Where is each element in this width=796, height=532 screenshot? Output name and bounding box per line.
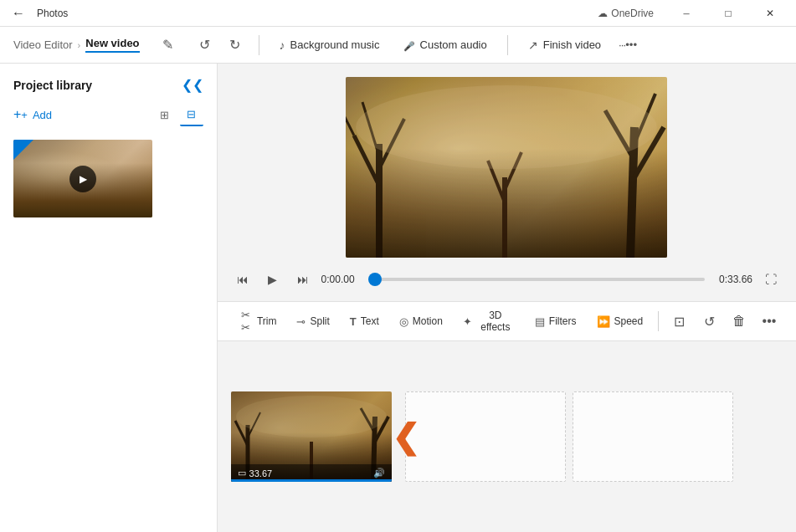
more-icon: ••• [619,38,637,51]
3d-effects-icon: ✦ [463,315,472,328]
delete-button[interactable]: 🗑 [726,306,752,336]
divider [259,35,259,55]
preview-area [218,64,796,264]
motion-label: Motion [413,315,443,327]
view-toggle: ⊞ ⊟ [153,103,203,126]
monitor-icon: ▭ [238,468,246,478]
maximize-icon [725,8,731,19]
3d-effects-label: 3D effects [476,309,515,333]
3d-effects-button[interactable]: ✦ 3D effects [454,304,523,338]
speed-button[interactable]: ⏩ Speed [588,310,652,333]
background-music-label: Background music [290,38,380,51]
split-button[interactable]: ⊸ Split [288,310,337,333]
collapse-button[interactable]: ❮ [182,77,203,93]
app-title: Photos [37,8,68,19]
cloud-icon [598,8,608,19]
clip-duration: ▭ 33.67 [238,468,273,478]
add-label: Add [33,109,52,121]
redo-button[interactable] [222,32,249,59]
filters-button[interactable]: ▤ Filters [526,310,585,333]
close-icon [766,8,774,19]
toolbar-divider [658,311,659,331]
pencil-icon [162,37,173,53]
library-header: Project library ❮ [0,64,217,100]
titlebar: Photos OneDrive [0,0,796,27]
step-back-icon: ⏮ [237,273,249,286]
crop-button[interactable]: ⊡ [665,306,692,336]
library-toolbar: + Add ⊞ ⊟ [0,100,217,133]
microphone-icon [403,38,415,52]
custom-audio-label: Custom audio [420,38,487,51]
step-forward-button[interactable]: ⏭ [291,268,315,291]
more-options-button[interactable]: ••• [614,32,641,59]
filters-label: Filters [549,315,577,327]
project-library-panel: Project library ❮ + Add ⊞ ⊟ [0,64,218,532]
breadcrumb-parent[interactable]: Video Editor [13,38,73,51]
timeline-clip[interactable]: ▭ 33.67 🔊 [231,391,392,482]
svg-line-4 [346,110,354,136]
background-music-button[interactable]: Background music [270,33,390,57]
play-icon: ▶ [268,273,277,286]
progress-track [375,278,705,281]
trim-button[interactable]: ✂ Trim [231,304,285,339]
breadcrumb-chevron-icon: › [78,40,81,50]
onedrive-label: OneDrive [611,8,654,19]
onedrive-indicator: OneDrive [598,8,654,19]
more-tools-button[interactable]: ••• [756,306,783,336]
finish-video-label: Finish video [543,38,601,51]
chevron-left-icon: ❮ [182,78,203,92]
step-forward-icon: ⏭ [297,273,309,286]
timeline-wrapper: ▭ 33.67 🔊 ❮ [231,391,733,482]
library-title: Project library [13,79,92,92]
grid-9-button[interactable]: ⊟ [180,103,203,126]
trim-icon: ✂ [239,309,253,334]
split-label: Split [310,315,329,327]
rotate-button[interactable]: ↺ [696,306,722,336]
time-current: 0:00.00 [321,274,365,285]
progress-thumb[interactable] [368,273,382,286]
library-content: ▶ [0,133,217,532]
add-media-button[interactable]: + Add [13,104,52,125]
more-tools-icon: ••• [763,314,777,329]
grid-4-button[interactable]: ⊞ [153,103,177,126]
undo-icon [199,37,210,53]
play-preview-button[interactable]: ▶ [69,166,96,192]
selected-indicator [13,140,33,160]
step-back-button[interactable]: ⏮ [231,268,254,291]
clip-progress-bar [231,479,392,482]
svg-point-20 [236,396,387,437]
undo-button[interactable] [192,32,218,59]
svg-point-12 [356,85,657,169]
custom-audio-button[interactable]: Custom audio [393,33,497,57]
grid9-icon: ⊟ [187,108,196,120]
filters-icon: ▤ [535,315,545,328]
motion-button[interactable]: ◎ Motion [391,310,451,333]
text-button[interactable]: T Text [342,310,388,333]
edit-title-button[interactable] [155,32,182,59]
minimize-button[interactable] [667,0,706,27]
progress-bar[interactable] [375,278,705,281]
text-icon: T [350,315,357,328]
maximize-button[interactable] [709,0,747,27]
fullscreen-button[interactable]: ⛶ [759,268,783,291]
timeline-placeholder-2[interactable] [573,391,733,482]
grid4-icon: ⊞ [160,109,169,121]
media-item[interactable]: ▶ [13,140,152,217]
speed-icon: ⏩ [597,315,610,328]
share-icon [528,38,538,52]
finish-video-button[interactable]: Finish video [518,33,611,57]
back-button[interactable] [7,2,30,25]
speed-label: Speed [614,315,644,327]
trim-label: Trim [257,315,277,327]
commandbar: Video Editor › New video Background musi… [0,27,796,64]
delete-icon: 🗑 [732,314,746,329]
add-icon: + [13,107,28,122]
split-icon: ⊸ [296,315,306,328]
time-total: 0:33.66 [715,274,752,285]
close-button[interactable] [751,0,789,27]
timeline-placeholder-1[interactable] [405,391,566,482]
music-icon [280,38,285,52]
divider2 [507,35,508,55]
play-button[interactable]: ▶ [261,268,285,291]
motion-icon: ◎ [399,315,408,328]
